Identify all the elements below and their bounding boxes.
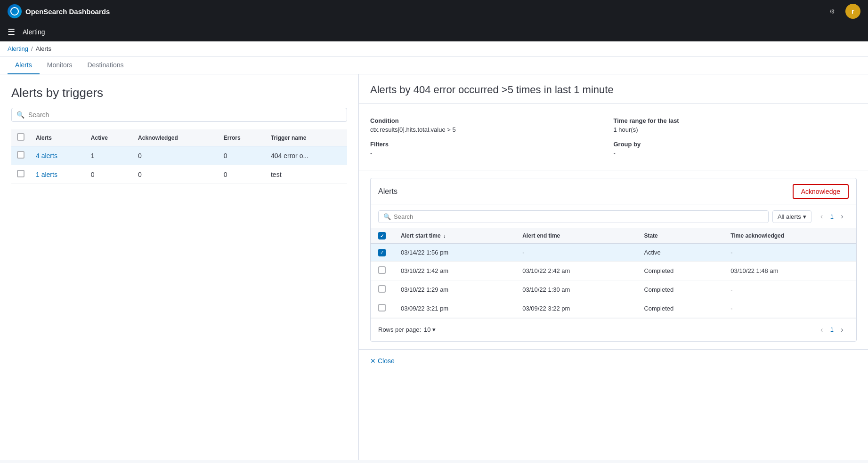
alert-end-time-cell: 03/10/22 2:42 am <box>515 261 636 280</box>
alert-toolbar: 🔍 All alerts ▾ ‹ 1 › <box>371 205 856 228</box>
alert-end-time-cell: 03/10/22 1:30 am <box>515 280 636 299</box>
row-checkbox[interactable] <box>17 151 24 159</box>
alert-acknowledged-cell: - <box>723 244 856 262</box>
row-alerts-cell: 4 alerts <box>30 146 85 165</box>
row-checkbox[interactable] <box>17 170 24 177</box>
alerts-select-all-checkbox[interactable]: ✓ <box>378 232 386 239</box>
row-errors-cell: 0 <box>218 165 265 184</box>
col-state: State <box>636 228 723 244</box>
sub-nav-title: Alerting <box>23 28 45 36</box>
rows-chevron-icon: ▾ <box>432 326 436 333</box>
col-alert-end-time: Alert end time <box>515 228 636 244</box>
rows-per-page-bar: Rows per page: 10 ▾ ‹ 1 › <box>371 318 856 341</box>
user-avatar[interactable]: r <box>845 4 860 19</box>
acknowledge-button[interactable]: Acknowledge <box>793 184 849 199</box>
tab-monitors[interactable]: Monitors <box>40 56 80 74</box>
current-page-bottom: 1 <box>830 326 834 333</box>
bottom-pagination: ‹ 1 › <box>815 323 849 336</box>
alert-start-time-cell: 03/10/22 1:29 am <box>393 280 515 299</box>
alert-end-time-cell: - <box>515 244 636 262</box>
table-row: 4 alerts 1 0 0 404 error o... <box>11 146 347 165</box>
bottom-next-page-button[interactable]: › <box>836 323 849 336</box>
row-acknowledged-cell: 0 <box>132 165 218 184</box>
row-active-cell: 1 <box>85 146 132 165</box>
left-search-input[interactable] <box>28 111 342 119</box>
alert-acknowledged-cell: 03/10/22 1:48 am <box>723 261 856 280</box>
alert-row-checkbox[interactable] <box>378 285 386 293</box>
col-alerts: Alerts <box>30 129 85 146</box>
alerts-table: ✓ Alert start time ↓ Alert end time Stat… <box>371 228 856 318</box>
time-range-block: Time range for the last 1 hour(s) <box>614 113 857 137</box>
row-checkbox-cell <box>11 165 30 184</box>
condition-value: ctx.results[0].hits.total.value > 5 <box>370 126 614 133</box>
time-range-label: Time range for the last <box>614 117 857 124</box>
triggers-table: Alerts Active Acknowledged Errors Trigge… <box>11 129 347 184</box>
rows-per-page-value: 10 <box>424 326 430 333</box>
right-panel-title: Alerts by 404 error occurred >5 times in… <box>370 84 857 96</box>
main-layout: Alerts by triggers 🔍 Alerts Active Ackno… <box>0 74 868 460</box>
alert-row-checkbox[interactable] <box>378 304 386 311</box>
breadcrumb-parent-link[interactable]: Alerting <box>8 45 28 52</box>
panel-title: Alerts by triggers <box>11 86 347 100</box>
group-by-value: - <box>614 150 857 157</box>
tab-alerts[interactable]: Alerts <box>8 56 40 74</box>
app-name: OpenSearch Dashboards <box>25 8 110 16</box>
col-errors: Errors <box>218 129 265 146</box>
alerts-section-title: Alerts <box>378 187 397 196</box>
alerts-link[interactable]: 4 alerts <box>36 152 57 160</box>
alert-end-time-cell: 03/09/22 3:22 pm <box>515 299 636 318</box>
settings-icon: ⚙ <box>829 8 835 15</box>
sort-icon: ↓ <box>443 233 446 239</box>
prev-page-button[interactable]: ‹ <box>815 210 828 223</box>
alerts-section: Alerts Acknowledge 🔍 All alerts ▾ ‹ 1 › <box>370 178 857 342</box>
alert-search-bar: 🔍 <box>378 210 769 223</box>
close-x-icon: ✕ <box>370 357 376 365</box>
alert-acknowledged-cell: - <box>723 299 856 318</box>
condition-block: Condition ctx.results[0].hits.total.valu… <box>370 113 614 137</box>
group-by-block: Group by - <box>614 137 857 160</box>
alert-table-row: 03/09/22 3:21 pm 03/09/22 3:22 pm Comple… <box>371 299 856 318</box>
app-logo: OpenSearch Dashboards <box>8 4 110 18</box>
alert-row-checkbox-cell <box>371 280 393 299</box>
alert-state-cell: Completed <box>636 261 723 280</box>
alerts-link[interactable]: 1 alerts <box>36 171 57 178</box>
rows-per-page-dropdown[interactable]: 10 ▾ <box>424 326 436 333</box>
col-acknowledged: Acknowledged <box>132 129 218 146</box>
settings-icon-button[interactable]: ⚙ <box>825 4 840 19</box>
row-active-cell: 0 <box>85 165 132 184</box>
right-panel: Alerts by 404 error occurred >5 times in… <box>359 74 868 460</box>
alert-state-cell: Completed <box>636 299 723 318</box>
current-page-top: 1 <box>830 213 834 220</box>
filter-label: All alerts <box>778 213 801 220</box>
time-range-value: 1 hour(s) <box>614 126 857 133</box>
tab-destinations[interactable]: Destinations <box>80 56 131 74</box>
condition-label: Condition <box>370 117 614 124</box>
alert-table-row: ✓ 03/14/22 1:56 pm - Active - <box>371 244 856 262</box>
row-trigger-name-cell: test <box>265 165 347 184</box>
bottom-prev-page-button[interactable]: ‹ <box>815 323 828 336</box>
sub-nav: ☰ Alerting <box>0 23 868 41</box>
hamburger-icon[interactable]: ☰ <box>8 27 15 37</box>
breadcrumb-current: Alerts <box>36 45 51 52</box>
alerts-section-header: Alerts Acknowledge <box>371 178 856 205</box>
alert-search-icon: 🔍 <box>383 213 391 220</box>
alert-state-cell: Completed <box>636 280 723 299</box>
all-alerts-filter[interactable]: All alerts ▾ <box>772 210 811 223</box>
select-all-checkbox[interactable] <box>17 133 24 141</box>
alert-search-input[interactable] <box>394 213 763 220</box>
filters-label: Filters <box>370 141 614 148</box>
info-grid: Condition ctx.results[0].hits.total.valu… <box>359 104 868 170</box>
alert-start-time-cell: 03/10/22 1:42 am <box>393 261 515 280</box>
alert-row-checkbox-cell <box>371 261 393 280</box>
table-row: 1 alerts 0 0 0 test <box>11 165 347 184</box>
alert-row-checkbox[interactable]: ✓ <box>378 249 386 256</box>
alert-table-row: 03/10/22 1:42 am 03/10/22 2:42 am Comple… <box>371 261 856 280</box>
breadcrumb: Alerting / Alerts <box>0 41 868 56</box>
alert-row-checkbox-cell: ✓ <box>371 244 393 262</box>
col-trigger-name: Trigger name <box>265 129 347 146</box>
alert-row-checkbox[interactable] <box>378 266 386 274</box>
left-search-bar: 🔍 <box>11 108 347 122</box>
next-page-button[interactable]: › <box>836 210 849 223</box>
close-button[interactable]: ✕ Close <box>370 357 395 365</box>
breadcrumb-separator: / <box>31 45 33 52</box>
